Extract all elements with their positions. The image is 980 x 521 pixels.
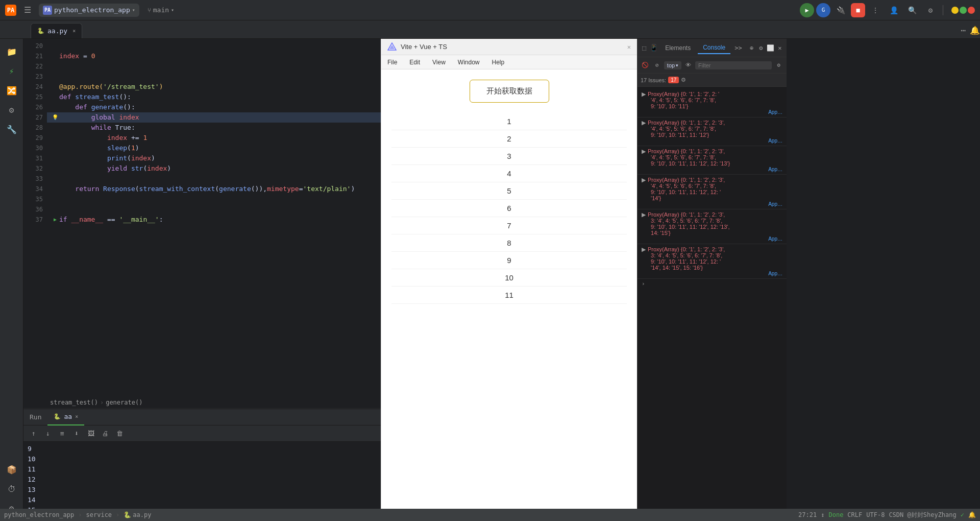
grammarly-button[interactable]: G [816,3,830,17]
code-line-25: def stream_test(): [47,92,381,102]
status-charset[interactable]: UTF-8 [866,511,885,518]
code-line-37: ▶ if __name__ == '__main__': [47,215,381,225]
console-clear-button[interactable]: 🚫 [641,60,650,71]
print-button[interactable]: 🖨 [99,428,111,440]
console-entry-4: ▶ Proxy(Array) {0: '1', 1: '2', 2: '3', … [638,175,787,209]
device-button[interactable]: 📱 [650,41,658,55]
run-tab-aa[interactable]: 🐍 aa × [47,409,84,425]
scroll-up-button[interactable]: ↑ [28,428,40,440]
expand-icon-5[interactable]: ▶ [642,211,646,218]
status-sync[interactable]: ↕ [821,511,824,518]
vite-menu-edit[interactable]: Edit [403,55,426,69]
status-bell-icon[interactable]: 🔔 [968,511,976,518]
python-run-icon: 🐍 [54,413,61,420]
maximize-button[interactable] [960,7,967,14]
dt-close-button[interactable]: ✕ [776,41,783,55]
dt-settings-button[interactable]: ⚙ [757,41,765,55]
minimize-button[interactable] [951,7,959,14]
proxy-text-6: Proxy(Array) {0: '1', 1: '2', 2: '3', 3:… [648,246,725,271]
vite-num-1: 1 [391,113,627,130]
tab-label: aa.py [47,27,67,35]
python-file-icon: 🐍 [37,28,44,34]
console-source-5: App… [642,236,782,242]
dt-dock-button[interactable]: ⬜ [767,41,774,55]
branch-dropdown-icon: ▾ [171,7,174,13]
git-branch-selector[interactable]: ⑂ main ▾ [143,4,178,16]
clear-button[interactable]: 🗑 [113,428,126,440]
tab-close-icon[interactable]: × [72,28,76,34]
expand-icon-3[interactable]: ▶ [642,148,646,155]
settings-button[interactable]: ⚙ [922,2,939,18]
tab-aa-py[interactable]: 🐍 aa.py × [31,23,82,38]
close-button[interactable] [968,7,975,14]
dt-tab-more[interactable]: >> [732,42,744,54]
code-line-27: 💡 global index [47,112,381,123]
sidebar-item-git[interactable]: ⚡ [3,62,20,80]
filter-button[interactable]: ⬇ [70,428,83,440]
record-button[interactable]: ■ [851,3,865,17]
sidebar-item-history[interactable]: ⏱ [3,480,20,498]
sidebar-item-file[interactable]: 📁 [3,43,20,60]
search-button[interactable]: 🔍 [904,2,920,18]
proxy-text-2: Proxy(Array) {0: '1', 1: '2', 2: '3', '4… [648,120,725,138]
devtools-panel: ⬚ 📱 Elements Console >> ⊕ ⚙ ⬜ ✕ 🚫 ⊘ top … [637,39,787,521]
project-selector[interactable]: PA python_electron_app ▾ [39,4,139,17]
code-editor[interactable]: 20 21 22 23 24 25 26 27 28 29 30 31 32 3… [23,39,381,396]
vite-menu-file[interactable]: File [381,55,403,69]
vite-content: 开始获取数据 1 2 3 4 5 6 7 8 9 10 11 [381,69,637,521]
screenshot-button[interactable]: 🖼 [85,428,97,440]
status-user[interactable]: CSDN @封封SheyZhang [889,511,956,519]
status-project[interactable]: python_electron_app [4,511,74,518]
scroll-down-button[interactable]: ↓ [42,428,54,440]
status-file[interactable]: 🐍 aa.py [124,511,151,518]
more-button[interactable]: ⋮ [867,2,884,18]
tabs-more-button[interactable]: ⋯ [961,26,966,38]
sidebar-item-search[interactable]: 🔀 [3,82,20,99]
sidebar-item-plugins[interactable]: 📦 [3,461,20,478]
vite-menu-view[interactable]: View [426,55,452,69]
code-lines: index = 0 @app.route('/stream_test') def… [47,39,381,396]
console-source-1: App… [642,109,782,115]
plugin-button[interactable]: 🔌 [832,2,849,18]
console-source-4: App… [642,201,782,207]
dt-add-button[interactable]: ⊕ [748,41,755,55]
fetch-button[interactable]: 开始获取数据 [470,80,549,103]
run-tab-run[interactable]: Run [23,409,47,425]
vite-menu-help[interactable]: Help [486,55,511,69]
status-service[interactable]: service [86,511,112,518]
dt-tab-elements[interactable]: Elements [660,42,696,54]
editor-area: 20 21 22 23 24 25 26 27 28 29 30 31 32 3… [23,39,381,521]
vite-menu-window[interactable]: Window [452,55,486,69]
expand-icon-2[interactable]: ▶ [642,120,646,126]
console-filter-button[interactable]: ⊘ [652,60,662,71]
sync-icon: ↕ [821,511,824,518]
status-crlf[interactable]: CRLF [847,511,862,518]
hamburger-menu-button[interactable]: ☰ [20,3,35,17]
console-eye-button[interactable]: 👁 [683,60,693,71]
context-dropdown-icon: ▾ [676,63,678,68]
issues-gear-icon[interactable]: ⚙ [681,77,686,83]
run-button[interactable]: ▶ [800,3,814,17]
vite-close-button[interactable]: ✕ [627,43,631,51]
wrap-button[interactable]: ≡ [56,428,68,440]
project-avatar: PA [43,6,52,15]
expand-icon-4[interactable]: ▶ [642,177,646,183]
console-filter-input[interactable] [695,61,772,69]
console-gear-button[interactable]: ⚙ [774,60,783,71]
expand-icon-1[interactable]: ▶ [642,91,646,98]
devtools-bar2: 🚫 ⊘ top ▾ 👁 ⚙ [638,57,787,74]
console-chevron-down[interactable]: › [638,279,787,288]
notifications-button[interactable]: 🔔 [970,26,980,38]
expand-icon-6[interactable]: ▶ [642,246,646,253]
code-line-24: @app.route('/stream_test') [47,82,381,92]
status-service-label: service [86,511,112,518]
sidebar-item-debug[interactable]: ⚙ [3,101,20,119]
sidebar-item-run[interactable]: 🔧 [3,121,20,138]
run-tab-close-icon[interactable]: × [75,414,78,419]
user-button[interactable]: 👤 [886,2,902,18]
check-icon: ✓ [961,511,964,518]
console-context-dropdown[interactable]: top ▾ [664,61,681,69]
title-actions: ▶ G 🔌 ■ ⋮ 👤 🔍 ⚙ [800,2,975,18]
dt-tab-console[interactable]: Console [698,42,730,54]
inspect-button[interactable]: ⬚ [641,41,648,55]
